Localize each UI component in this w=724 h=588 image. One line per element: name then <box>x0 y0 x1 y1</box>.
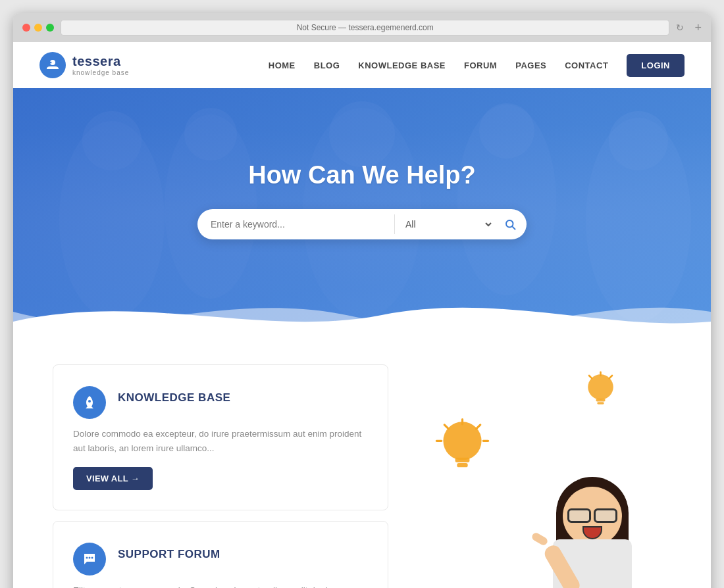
browser-toolbar: Not Secure — tessera.egemenerd.com ↻ + <box>13 13 711 42</box>
chat-icon <box>73 543 106 576</box>
hero-wave <box>13 285 711 338</box>
maximize-dot[interactable] <box>46 24 54 32</box>
browser-dots <box>22 24 54 32</box>
svg-rect-26 <box>457 463 467 467</box>
bulb-large-icon <box>434 417 490 485</box>
logo[interactable]: tessera knowledge base <box>39 52 129 78</box>
kb-view-all-button[interactable]: VIEW ALL → <box>73 467 153 490</box>
logo-name: tessera <box>72 54 129 69</box>
logo-tagline: knowledge base <box>72 69 129 76</box>
rocket-icon <box>73 386 106 419</box>
nav-forum[interactable]: FORUM <box>464 61 497 70</box>
logo-icon <box>39 52 66 78</box>
new-tab-icon[interactable]: + <box>694 21 702 35</box>
svg-point-1 <box>50 62 52 64</box>
support-forum-card: SUPPORT FORUM Elit a excepteur quo summi… <box>53 521 388 588</box>
refresh-icon[interactable]: ↻ <box>676 22 684 33</box>
close-dot[interactable] <box>22 24 30 32</box>
browser-content: tessera knowledge base HOME BLOG KNOWLED… <box>13 42 711 588</box>
svg-line-23 <box>609 376 612 378</box>
wave-svg <box>13 285 711 338</box>
hero-content: How Can We Help? All Knowledge Base Foru… <box>26 161 698 239</box>
search-button[interactable] <box>494 209 527 239</box>
address-bar[interactable]: Not Secure — tessera.egemenerd.com <box>61 20 669 36</box>
minimize-dot[interactable] <box>34 24 42 32</box>
nav-blog[interactable]: BLOG <box>314 61 340 70</box>
svg-point-15 <box>86 557 88 559</box>
cards-list: KNOWLEDGE BASE Dolore commodo ea excepte… <box>53 364 388 588</box>
nav-links: HOME BLOG KNOWLEDGE BASE FORUM PAGES CON… <box>269 54 685 77</box>
search-icon <box>504 218 516 230</box>
search-input[interactable] <box>197 210 394 239</box>
cards-illustration <box>408 364 671 588</box>
svg-point-24 <box>443 422 481 460</box>
svg-line-22 <box>589 376 592 378</box>
cards-section: KNOWLEDGE BASE Dolore commodo ea excepte… <box>13 338 711 588</box>
svg-rect-25 <box>455 458 470 462</box>
navbar: tessera knowledge base HOME BLOG KNOWLED… <box>13 42 711 88</box>
search-category-select[interactable]: All Knowledge Base Forum Blog <box>395 209 494 239</box>
svg-line-29 <box>476 425 480 429</box>
nav-contact[interactable]: CONTACT <box>565 61 608 70</box>
sf-card-text: Elit a excepteur quo summis. Summis qui … <box>73 583 368 588</box>
svg-line-13 <box>512 226 515 229</box>
nav-pages[interactable]: PAGES <box>515 61 546 70</box>
login-button[interactable]: LOGIN <box>627 54 685 77</box>
svg-point-14 <box>88 400 91 403</box>
hero-title: How Can We Help? <box>26 161 698 189</box>
nav-home[interactable]: HOME <box>269 61 296 70</box>
head-svg <box>45 57 61 73</box>
svg-rect-20 <box>597 402 604 404</box>
logo-text: tessera knowledge base <box>72 54 129 76</box>
nav-knowledge-base[interactable]: KNOWLEDGE BASE <box>358 61 446 70</box>
search-bar: All Knowledge Base Forum Blog <box>197 209 527 239</box>
knowledge-base-card: KNOWLEDGE BASE Dolore commodo ea excepte… <box>53 364 388 510</box>
kb-card-title: KNOWLEDGE BASE <box>118 391 230 404</box>
bulb-small-icon <box>582 371 619 420</box>
person-illustration <box>487 457 671 588</box>
svg-line-28 <box>444 425 448 429</box>
sf-card-title: SUPPORT FORUM <box>118 548 220 561</box>
svg-point-16 <box>89 557 91 559</box>
card-header-kb: KNOWLEDGE BASE <box>73 385 368 419</box>
svg-rect-19 <box>596 399 606 401</box>
svg-point-17 <box>91 557 93 559</box>
hero-section: How Can We Help? All Knowledge Base Foru… <box>13 88 711 338</box>
card-header-sf: SUPPORT FORUM <box>73 541 368 576</box>
kb-card-text: Dolore commodo ea excepteur, do irure pr… <box>73 427 368 455</box>
